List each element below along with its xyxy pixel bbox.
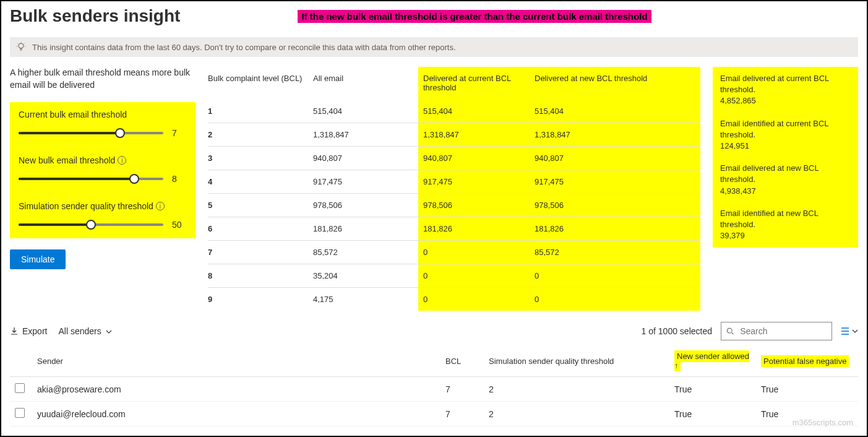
info-icon[interactable]: i [156,202,165,210]
cell-current-delivered: 0 [418,288,530,311]
cell-bcl: 7 [208,241,313,264]
col-bcl: Bulk complaint level (BCL) [208,67,313,100]
stats-panel: Email delivered at current BCL threshold… [713,67,858,248]
stat-value: 4,852,865 [720,95,851,106]
sort-ascending-icon: ↑ [674,361,678,370]
col-potential-false-negative[interactable]: Potential false negative [756,345,858,377]
cell-bcl: 3 [208,147,313,170]
table-row: 1515,404515,404515,404 [208,100,700,123]
search-box[interactable] [721,322,832,340]
new-threshold-slider[interactable] [19,178,163,180]
search-input[interactable] [739,326,827,337]
table-row: 94,17500 [208,288,700,311]
col-new-sender-allowed[interactable]: New sender allowed ↑ [669,345,756,377]
info-bar: This insight contains data from the last… [10,37,858,57]
col-sim-threshold[interactable]: Simulation sender quality threshold [484,345,669,377]
cell-bcl: 1 [208,100,313,123]
chevron-down-icon [105,326,113,336]
col-all-email: All email [313,67,418,100]
stat-label: Email delivered at current BCL threshold… [720,73,851,95]
sim-threshold-slider[interactable] [19,223,163,226]
filter-dropdown[interactable]: All senders [58,326,112,336]
table-row: 835,20400 [208,264,700,288]
bcl-table: Bulk complaint level (BCL) All email Del… [208,67,700,311]
cell-bcl: 7 [440,402,484,426]
current-threshold-label: Current bulk email threshold [19,110,127,119]
stat-value: 124,951 [720,141,851,152]
cell-current-delivered: 0 [418,241,530,264]
cell-all-email: 35,204 [313,264,418,288]
list-icon [841,327,851,335]
cell-new-delivered: 85,572 [530,241,700,264]
stat-label: Email identified at current BCL threshol… [720,118,851,141]
stat-label: Email identified at new BCL threshold. [720,208,851,230]
cell-bcl: 2 [208,123,313,147]
sim-threshold-value: 50 [172,220,187,230]
cell-all-email: 917,475 [313,170,418,194]
search-icon [726,327,734,335]
cell-all-email: 978,506 [313,194,418,217]
cell-new-delivered: 940,807 [530,147,700,170]
cell-pfn: True [756,377,858,402]
senders-table: Sender BCL Simulation sender quality thr… [10,345,858,426]
cell-bcl: 9 [208,288,313,311]
sim-threshold-label: Simulation sender quality threshold [19,201,153,211]
info-bar-text: This insight contains data from the last… [32,43,456,52]
table-row: 6181,826181,826181,826 [208,217,700,241]
new-threshold-value: 8 [172,174,187,184]
current-threshold-slider[interactable] [19,132,163,134]
table-row: 21,318,8471,318,8471,318,847 [208,123,700,147]
cell-bcl: 4 [208,170,313,194]
download-icon [10,327,19,335]
cell-sim: 2 [484,377,669,402]
stat-value: 4,938,437 [720,186,851,197]
table-row: 5978,506978,506978,506 [208,194,700,217]
svg-point-0 [19,43,24,48]
cell-new-delivered: 0 [530,264,700,288]
table-row[interactable]: yuudai@relecloud.com72TrueTrue [10,402,858,426]
svg-point-1 [727,328,732,333]
cell-current-delivered: 515,404 [418,100,530,123]
cell-bcl: 6 [208,217,313,241]
condition-banner: If the new bulk email threshold is great… [298,10,651,23]
slider-panel: Current bulk email threshold 7 New bulk … [10,102,196,238]
col-sender[interactable]: Sender [32,345,440,377]
cell-new-delivered: 917,475 [530,170,700,194]
cell-new-delivered: 515,404 [530,100,700,123]
cell-bcl: 5 [208,194,313,217]
row-checkbox[interactable] [15,408,25,418]
list-view-toggle[interactable] [841,327,858,335]
table-row: 4917,475917,475917,475 [208,170,700,194]
row-checkbox[interactable] [15,383,25,393]
selection-count: 1 of 1000 selected [642,326,712,336]
page-title: Bulk senders insight [10,6,180,26]
cell-current-delivered: 917,475 [418,170,530,194]
current-threshold-value: 7 [172,128,187,138]
export-button[interactable]: Export [10,326,47,336]
cell-sim: 2 [484,402,669,426]
cell-bcl: 7 [440,377,484,402]
cell-new-delivered: 1,318,847 [530,123,700,147]
col-bcl[interactable]: BCL [440,345,484,377]
info-icon[interactable]: i [118,156,126,165]
cell-all-email: 1,318,847 [313,123,418,147]
cell-new-allowed: True [669,377,756,402]
lightbulb-icon [16,42,26,52]
cell-all-email: 515,404 [313,100,418,123]
col-new-delivered: Delivered at new BCL threshold [530,67,700,100]
new-threshold-label: New bulk email threshold [19,155,115,165]
table-row[interactable]: akia@proseware.com72TrueTrue [10,377,858,402]
cell-new-delivered: 978,506 [530,194,700,217]
cell-new-allowed: True [669,402,756,426]
cell-sender: yuudai@relecloud.com [32,402,440,426]
description-text: A higher bulk email threshold means more… [10,67,196,91]
cell-all-email: 85,572 [313,241,418,264]
cell-new-delivered: 0 [530,288,700,311]
table-row: 3940,807940,807940,807 [208,147,700,170]
simulate-button[interactable]: Simulate [10,249,66,269]
cell-current-delivered: 1,318,847 [418,123,530,147]
table-row: 785,572085,572 [208,241,700,264]
watermark: m365scripts.com [793,418,853,427]
cell-all-email: 940,807 [313,147,418,170]
stat-label: Email delivered at new BCL threshold. [720,163,851,185]
